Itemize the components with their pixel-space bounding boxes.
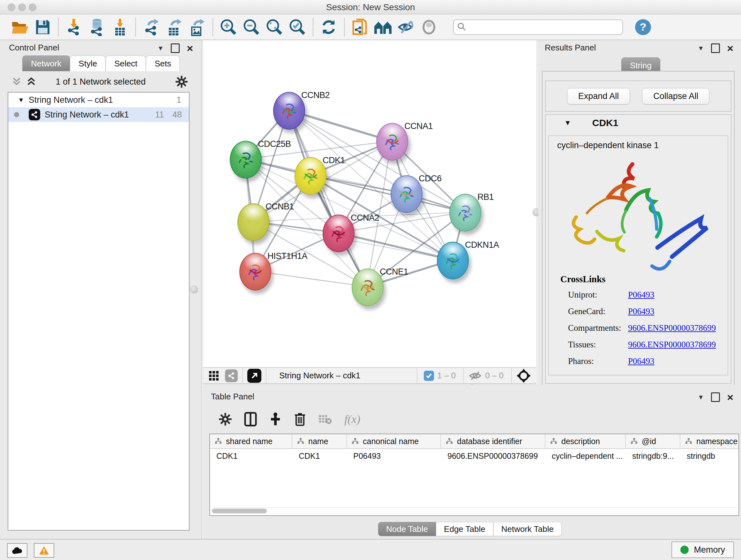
cell-name[interactable]: CDK1 [292,451,347,461]
export-table-icon[interactable] [165,17,184,37]
control-panel: Control Panel ▼ × NetworkStyleSelectSets… [0,40,202,539]
zoom-selected-icon[interactable] [288,17,307,37]
table-float-icon[interactable] [711,392,720,402]
column-header-canonical-name[interactable]: canonical name [347,434,441,448]
crosslink-link[interactable]: 9606.ENSP00000378699 [628,323,716,333]
network-node-CCNA1[interactable] [376,123,408,161]
gene-caret-icon[interactable]: ▼ [564,119,571,127]
cell-namespace[interactable]: stringdb [680,451,739,461]
open-session-icon[interactable] [10,17,29,37]
tab-node-table[interactable]: Node Table [378,522,436,536]
network-node-CDC6[interactable] [391,175,422,213]
crosslink-link[interactable]: P06493 [628,290,655,300]
tab-network-table[interactable]: Network Table [493,522,562,536]
column-header-description[interactable]: description [545,434,626,448]
grid-view-icon[interactable] [208,370,219,381]
delete-column-icon[interactable] [294,412,306,427]
edge-CCNA2-CDKN1A[interactable] [338,233,452,260]
tab-select[interactable]: Select [106,56,146,71]
import-network-database-icon[interactable] [87,17,107,37]
left-splitter-handle[interactable] [190,286,198,294]
string-view-icon[interactable] [225,369,238,382]
tab-sets[interactable]: Sets [146,56,180,71]
expand-all-button[interactable]: Expand All [567,88,630,105]
network-node-CDC25B[interactable] [230,141,262,179]
help-button[interactable]: ? [635,19,651,35]
cell-@id[interactable]: stringdb:9... [626,451,680,461]
network-node-CDKN1A[interactable] [437,242,469,279]
collapse-all-button[interactable]: Collapse All [642,88,710,105]
table-hscrollbar[interactable] [211,507,738,515]
network-row[interactable]: String Network – cdk1 11 48 [8,107,189,122]
import-network-file-icon[interactable] [64,17,84,37]
function-builder-icon: f(x) [344,413,360,426]
cell-database-identifier[interactable]: 9606.ENSP00000378699 [441,451,545,461]
save-session-icon[interactable] [33,17,52,37]
zoom-out-icon[interactable] [242,17,261,37]
export-image-icon[interactable] [188,17,207,37]
show-all-icon[interactable] [419,17,439,37]
column-header-database-identifier[interactable]: database identifier [441,434,545,448]
network-node-HIST1H1A[interactable] [239,253,271,291]
detach-view-icon[interactable] [247,369,261,383]
network-collection-row[interactable]: ▼ String Network – cdk1 1 [8,92,189,107]
first-neighbors-icon[interactable] [374,17,393,37]
column-header-namespace[interactable]: namespace [680,434,739,448]
table-hscrollbar-thumb[interactable] [212,509,267,513]
collection-count: 1 [177,95,181,105]
panel-menu-icon[interactable]: ▼ [157,45,164,52]
network-node-CCNB2[interactable] [273,92,305,130]
tab-style[interactable]: Style [70,56,106,71]
collection-caret-icon[interactable]: ▼ [18,97,24,104]
tab-network[interactable]: Network [22,56,70,71]
column-header-@id[interactable]: @id [626,434,680,448]
table-row[interactable]: CDK1CDK1P064939606.ENSP00000378699cyclin… [210,449,738,463]
selected-nodes-checkbox[interactable] [424,371,434,381]
cell-canonical-name[interactable]: P06493 [347,451,441,461]
crosslink-link[interactable]: P06493 [628,356,655,366]
network-node-CDK1[interactable] [294,157,327,195]
hide-selected-icon[interactable] [396,17,415,37]
cell-description[interactable]: cyclin–dependent ... [545,451,626,461]
export-network-icon[interactable] [142,17,161,37]
gene-entry-header[interactable]: ▼ CDK1 [546,115,731,131]
create-column-icon[interactable] [269,412,282,427]
edge-HIST1H1A-CCNE1[interactable] [255,271,367,287]
network-view-canvas[interactable]: CCNB2CCNA1CDC25BCDK1CDC6RB1CCNB1CCNA2CDK… [203,40,536,367]
node-label-CDC6: CDC6 [419,174,442,184]
show-columns-icon[interactable] [244,412,257,427]
column-header-shared-name[interactable]: shared name [210,434,292,448]
table-close-icon[interactable]: × [727,394,733,400]
import-table-file-icon[interactable] [111,17,130,37]
clone-network-icon[interactable] [350,17,369,37]
warning-status-button[interactable] [34,543,54,558]
network-options-gear-icon[interactable] [175,75,188,88]
table-menu-icon[interactable]: ▼ [697,394,704,401]
zoom-fit-icon[interactable] [265,17,284,37]
delete-table-icon [318,414,332,425]
float-panel-icon[interactable] [171,44,180,53]
network-node-CCNE1[interactable] [352,268,384,306]
close-panel-icon[interactable]: × [187,45,193,51]
network-node-RB1[interactable] [449,194,481,232]
results-menu-icon[interactable]: ▼ [697,45,704,52]
birds-eye-view-icon[interactable] [516,368,531,383]
search-input[interactable] [453,19,623,35]
cloud-status-button[interactable] [7,543,27,558]
memory-button[interactable]: Memory [671,542,734,558]
crosslink-link[interactable]: P06493 [628,307,655,316]
toolbar-separator [344,18,345,36]
column-header-name[interactable]: name [292,434,347,448]
results-float-icon[interactable] [711,44,720,53]
results-close-icon[interactable]: × [727,45,733,51]
table-gear-icon[interactable] [219,413,232,426]
tab-edge-table[interactable]: Edge Table [436,522,493,536]
crosslink-link[interactable]: 9606.ENSP00000378699 [628,340,716,350]
network-node-CCNA2[interactable] [323,214,354,252]
cell-shared-name[interactable]: CDK1 [210,451,292,461]
network-row-label: String Network – cdk1 [45,110,129,120]
zoom-in-icon[interactable] [219,17,238,37]
refresh-icon[interactable] [319,17,338,37]
node-label-CCNA2: CCNA2 [351,213,379,223]
network-node-CCNB1[interactable] [238,203,269,241]
